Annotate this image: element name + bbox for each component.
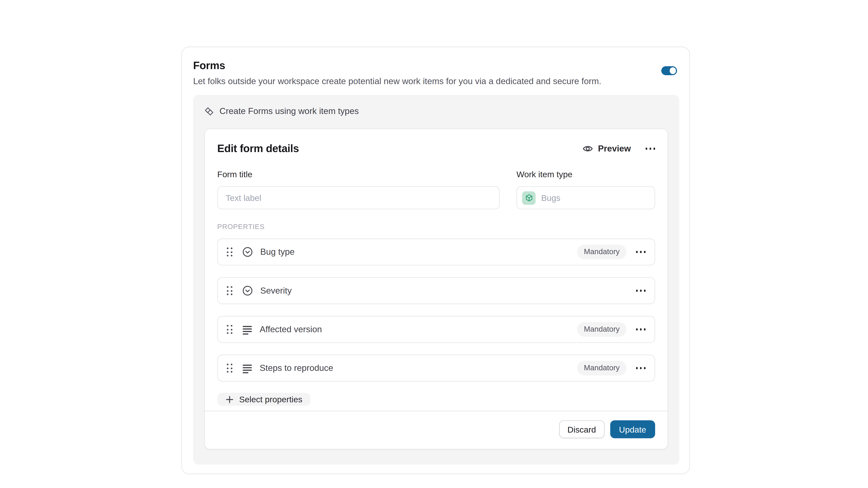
property-menu-ellipsis-icon[interactable]	[636, 328, 646, 330]
mandatory-badge: Mandatory	[577, 322, 626, 337]
editor-header: Edit form details Preview	[217, 141, 655, 156]
property-label: Bug type	[260, 247, 295, 257]
editor-menu-ellipsis-icon[interactable]	[646, 148, 655, 150]
work-item-type-label: Work item type	[517, 169, 655, 180]
select-properties-button[interactable]: Select properties	[217, 393, 310, 405]
work-item-types-panel: Create Forms using work item types Edit …	[193, 95, 679, 464]
text-property-icon	[242, 324, 252, 335]
plus-icon	[225, 395, 234, 404]
drag-handle-icon[interactable]	[227, 364, 232, 373]
discard-button[interactable]: Discard	[559, 420, 604, 438]
preview-button[interactable]: Preview	[582, 143, 631, 154]
drag-handle-icon[interactable]	[227, 325, 232, 334]
layers-icon	[204, 106, 214, 116]
property-menu-ellipsis-icon[interactable]	[636, 251, 646, 253]
property-row: Affected version Mandatory	[217, 316, 655, 343]
edit-form-card: Edit form details Preview	[204, 128, 668, 449]
dropdown-property-icon	[242, 285, 253, 296]
toggle-knob	[670, 67, 676, 74]
forms-enabled-toggle[interactable]	[661, 66, 677, 75]
properties-caption: PROPERTIES	[217, 223, 655, 231]
page-title: Forms	[193, 58, 678, 73]
page-description: Let folks outside your workspace create …	[193, 75, 678, 87]
drag-handle-icon[interactable]	[227, 248, 232, 257]
dropdown-property-icon	[242, 246, 253, 257]
text-property-icon	[242, 363, 252, 373]
panel-header: Create Forms using work item types	[204, 106, 668, 116]
update-button[interactable]: Update	[610, 420, 655, 438]
editor-footer: Discard Update	[205, 411, 668, 449]
work-item-type-field[interactable]: Bugs	[517, 186, 655, 209]
cube-icon	[522, 191, 536, 204]
property-label: Affected version	[260, 324, 322, 334]
eye-icon	[582, 143, 593, 154]
preview-label: Preview	[598, 144, 631, 154]
form-title-input[interactable]	[217, 186, 500, 209]
form-title-label: Form title	[217, 169, 500, 180]
mandatory-badge: Mandatory	[577, 361, 626, 376]
forms-settings-page: Forms Let folks outside your workspace c…	[0, 0, 868, 488]
property-label: Steps to reproduce	[260, 363, 333, 373]
properties-list: Bug type Mandatory Severity Mandatory	[217, 238, 655, 382]
property-menu-ellipsis-icon[interactable]	[636, 367, 646, 369]
work-item-type-value: Bugs	[541, 193, 560, 203]
property-row: Severity Mandatory	[217, 277, 655, 304]
select-properties-label: Select properties	[239, 394, 303, 404]
form-fields: Form title Work item type	[217, 169, 655, 209]
editor-title: Edit form details	[217, 141, 299, 156]
drag-handle-icon[interactable]	[227, 286, 232, 295]
property-label: Severity	[260, 286, 292, 296]
panel-header-label: Create Forms using work item types	[219, 106, 359, 116]
mandatory-badge: Mandatory	[577, 245, 626, 259]
property-menu-ellipsis-icon[interactable]	[636, 290, 646, 292]
forms-settings-card: Forms Let folks outside your workspace c…	[181, 47, 690, 474]
property-row: Bug type Mandatory	[217, 238, 655, 265]
property-row: Steps to reproduce Mandatory	[217, 355, 655, 382]
